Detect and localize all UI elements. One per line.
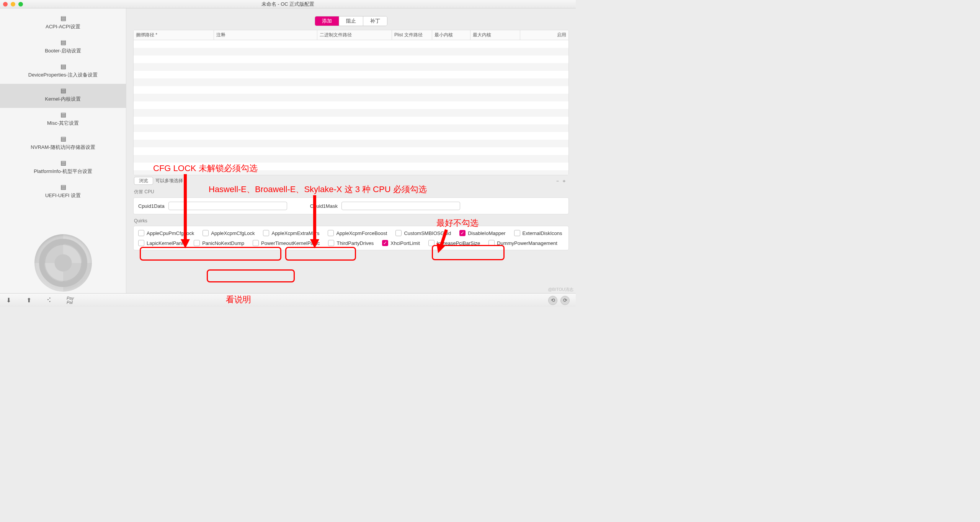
sidebar-item-uefi[interactable]: ▤ UEFI-UEFI 设置 bbox=[0, 180, 126, 204]
kexts-table[interactable]: 捆绑路径 * 注释 二进制文件路径 Plist 文件路径 最小内核 最大内核 启… bbox=[133, 30, 569, 175]
sidebar-item-label: Misc-其它设置 bbox=[2, 120, 124, 127]
col-maxkernel[interactable]: 最大内核 bbox=[470, 30, 520, 40]
cpuid1data-input[interactable] bbox=[168, 202, 287, 210]
minimize-icon[interactable] bbox=[11, 2, 15, 7]
content-pane: 添加 阻止 补丁 捆绑路径 * 注释 二进制文件路径 Plist 文件路径 最小… bbox=[126, 8, 576, 293]
table-row bbox=[134, 48, 568, 55]
quirk-externaldiskicons[interactable]: ExternalDiskIcons bbox=[514, 230, 562, 236]
quirk-dummypowermanagement[interactable]: DummyPowerManagement bbox=[488, 240, 557, 246]
quirk-applexcpmextramsrs[interactable]: AppleXcpmExtraMsrs bbox=[263, 230, 319, 236]
export-icon[interactable]: ⬆︎ bbox=[26, 297, 31, 304]
sidebar-item-acpi[interactable]: ▤ ACPI-ACPI设置 bbox=[0, 11, 126, 36]
table-row bbox=[134, 132, 568, 140]
close-icon[interactable] bbox=[3, 2, 8, 7]
share-icon[interactable]: ⠪ bbox=[47, 297, 51, 304]
tab-patch[interactable]: 补丁 bbox=[363, 16, 387, 26]
table-row bbox=[134, 63, 568, 71]
checkbox-label: DisableIoMapper bbox=[468, 230, 505, 236]
checkbox-label: XhciPortLimit bbox=[390, 240, 420, 246]
table-body[interactable] bbox=[134, 40, 568, 175]
sidebar-item-label: DeviceProperties-注入设备设置 bbox=[2, 72, 124, 78]
dial-icon bbox=[34, 234, 92, 292]
table-footer: 浏览 可以多项选择 －＋ bbox=[133, 175, 569, 185]
checkbox-icon bbox=[488, 240, 495, 246]
emulate-cpu-group-title: 仿冒 CPU bbox=[134, 189, 569, 195]
list-icon: ▤ bbox=[2, 111, 124, 118]
table-row bbox=[134, 101, 568, 109]
table-row bbox=[134, 147, 568, 155]
sidebar-item-label: PlatformInfo-机型平台设置 bbox=[2, 168, 124, 175]
checkbox-icon bbox=[194, 240, 200, 246]
quirk-lapickernelpanic[interactable]: LapicKernelPanic bbox=[138, 240, 185, 246]
quirk-xhciportlimit[interactable]: XhciPortLimit bbox=[382, 240, 420, 246]
sidebar-item-kernel[interactable]: ▤ Kernel-内核设置 bbox=[0, 84, 126, 108]
quirk-thirdpartydrives[interactable]: ThirdPartyDrives bbox=[328, 240, 374, 246]
table-row bbox=[134, 170, 568, 175]
checkbox-icon bbox=[138, 230, 144, 236]
titlebar: 未命名 - OC 正式版配置 bbox=[0, 0, 576, 8]
tab-segmented-control: 添加 阻止 补丁 bbox=[315, 16, 387, 26]
sidebar-item-label: NVRAM-随机访问存储器设置 bbox=[2, 144, 124, 151]
table-row bbox=[134, 40, 568, 48]
quirk-applexcpmcfglock[interactable]: AppleXcpmCfgLock bbox=[203, 230, 255, 236]
list-icon: ▤ bbox=[2, 87, 124, 94]
col-comment[interactable]: 注释 bbox=[214, 30, 317, 40]
tab-add[interactable]: 添加 bbox=[315, 16, 339, 26]
sidebar-item-label: Booter-启动设置 bbox=[2, 47, 124, 54]
checkbox-icon bbox=[253, 240, 259, 246]
list-icon: ▤ bbox=[2, 63, 124, 70]
cpuid1mask-input[interactable] bbox=[341, 202, 460, 210]
multiselect-hint: 可以多项选择 bbox=[155, 178, 183, 184]
undo-button[interactable]: ⟲ bbox=[548, 296, 557, 305]
cpuid1mask-label: Cpuid1Mask bbox=[310, 203, 338, 209]
quirks-group-title: Quirks bbox=[134, 218, 569, 223]
browse-button[interactable]: 浏览 bbox=[134, 177, 153, 185]
quirk-applexcpmforceboost[interactable]: AppleXcpmForceBoost bbox=[328, 230, 387, 236]
add-remove-buttons[interactable]: －＋ bbox=[555, 178, 568, 184]
redo-button[interactable]: ⟳ bbox=[560, 296, 570, 305]
checkbox-icon bbox=[395, 230, 402, 236]
zoom-icon[interactable] bbox=[18, 2, 23, 7]
checkbox-label: LapicKernelPanic bbox=[147, 240, 185, 246]
table-row bbox=[134, 109, 568, 117]
import-icon[interactable]: ⬇︎ bbox=[6, 297, 11, 304]
col-exec[interactable]: 二进制文件路径 bbox=[317, 30, 392, 40]
sidebar-item-deviceproperties[interactable]: ▤ DeviceProperties-注入设备设置 bbox=[0, 60, 126, 84]
quirk-applecpupmcfglock[interactable]: AppleCpuPmCfgLock bbox=[138, 230, 194, 236]
quirk-powertimeoutkernelpanic[interactable]: PowerTimeoutKernelPanic bbox=[253, 240, 320, 246]
sidebar-item-misc[interactable]: ▤ Misc-其它设置 bbox=[0, 108, 126, 132]
col-minkernel[interactable]: 最小内核 bbox=[432, 30, 470, 40]
navigation-dial[interactable] bbox=[0, 230, 126, 293]
list-icon: ▤ bbox=[2, 183, 124, 191]
sidebar-item-label: UEFI-UEFI 设置 bbox=[2, 192, 124, 199]
sidebar-item-booter[interactable]: ▤ Booter-启动设置 bbox=[0, 36, 126, 60]
quirk-customsmbiosguid[interactable]: CustomSMBIOSGuid bbox=[395, 230, 451, 236]
table-row bbox=[134, 71, 568, 78]
checkbox-icon bbox=[459, 230, 466, 236]
list-icon: ▤ bbox=[2, 39, 124, 46]
col-plist[interactable]: Plist 文件路径 bbox=[392, 30, 432, 40]
table-row bbox=[134, 155, 568, 163]
checkbox-label: ThirdPartyDrives bbox=[336, 240, 374, 246]
checkbox-label: AppleXcpmCfgLock bbox=[211, 230, 255, 236]
window-title: 未命名 - OC 正式版配置 bbox=[0, 1, 576, 8]
quirk-increasepcibarsize[interactable]: IncreasePciBarSize bbox=[428, 240, 480, 246]
table-row bbox=[134, 78, 568, 86]
paypal-icon[interactable]: Pay Pal bbox=[67, 296, 74, 305]
sidebar-item-nvram[interactable]: ▤ NVRAM-随机访问存储器设置 bbox=[0, 132, 126, 156]
sidebar-item-platforminfo[interactable]: ▤ PlatformInfo-机型平台设置 bbox=[0, 156, 126, 180]
checkbox-label: IncreasePciBarSize bbox=[437, 240, 480, 246]
quirk-disableiomapper[interactable]: DisableIoMapper bbox=[459, 230, 505, 236]
col-bundlepath[interactable]: 捆绑路径 * bbox=[134, 30, 214, 40]
checkbox-label: PowerTimeoutKernelPanic bbox=[261, 240, 320, 246]
col-enabled[interactable]: 启用 bbox=[520, 30, 568, 40]
tab-block[interactable]: 阻止 bbox=[339, 16, 363, 26]
checkbox-icon bbox=[138, 240, 144, 246]
checkbox-label: CustomSMBIOSGuid bbox=[404, 230, 451, 236]
checkbox-icon bbox=[263, 230, 269, 236]
table-row bbox=[134, 163, 568, 170]
sidebar-item-label: ACPI-ACPI设置 bbox=[2, 23, 124, 30]
emulate-cpu-panel: Cpuid1Data Cpuid1Mask bbox=[133, 197, 569, 214]
quirk-panicnokextdump[interactable]: PanicNoKextDump bbox=[194, 240, 244, 246]
checkbox-label: DummyPowerManagement bbox=[497, 240, 557, 246]
